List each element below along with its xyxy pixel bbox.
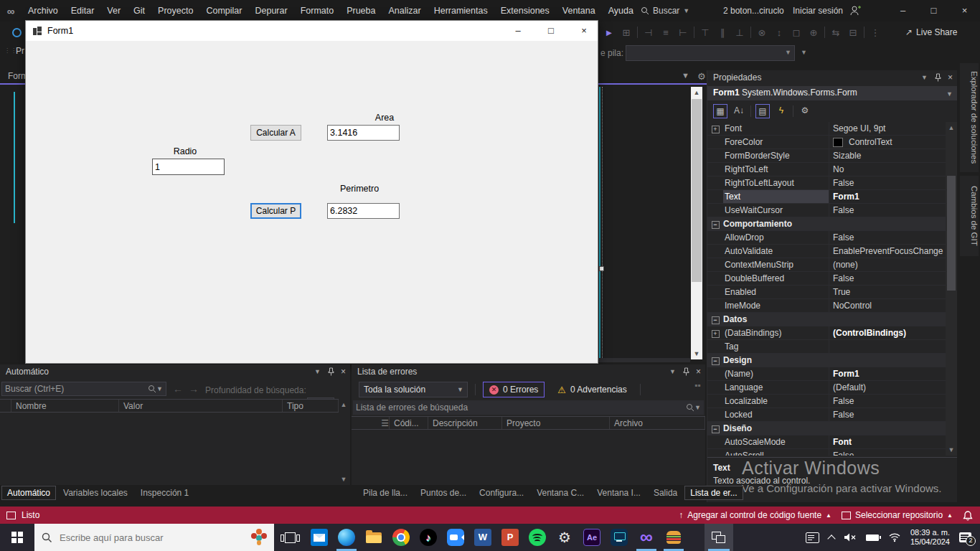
property-value[interactable]: ControlText <box>829 136 946 149</box>
menu-item-depurar[interactable]: Depurar <box>248 0 293 22</box>
collapse-icon[interactable]: − <box>707 217 723 230</box>
scope-dropdown[interactable]: Toda la solución ▼ <box>359 382 468 397</box>
maximize-button[interactable]: □ <box>918 0 949 22</box>
column-header-proyecto[interactable]: Proyecto <box>502 417 610 429</box>
spacing-h-icon[interactable]: ⇆ <box>829 27 842 38</box>
property-row-doublebuffered[interactable]: DoubleBufferedFalse <box>707 272 946 286</box>
menu-item-formato[interactable]: Formato <box>294 0 341 22</box>
align-top-icon[interactable]: ⊤ <box>699 27 712 38</box>
property-value[interactable]: Form1 <box>829 190 946 203</box>
select-repository-button[interactable]: Seleccionar repositorio ▲ <box>842 510 953 520</box>
window-position-chevron-icon[interactable]: ▼ <box>669 368 676 375</box>
align-bottom-icon[interactable]: ⊥ <box>733 27 746 38</box>
pin-icon[interactable] <box>934 73 941 82</box>
menu-item-archivo[interactable]: Archivo <box>22 0 65 22</box>
error-list-header[interactable]: Lista de errores ▼ × <box>352 364 705 380</box>
align-right-icon[interactable]: ⊢ <box>677 27 689 38</box>
property-row-databindings[interactable]: +(DataBindings)(ControlBindings) <box>707 326 946 340</box>
horizontal-scrollbar[interactable] <box>598 358 690 362</box>
navigate-back-icon[interactable] <box>12 28 22 37</box>
menu-item-proyecto[interactable]: Proyecto <box>151 0 199 22</box>
property-value[interactable]: NoControl <box>829 299 946 312</box>
menu-item-git[interactable]: Git <box>127 0 151 22</box>
property-row-righttoleftlayout[interactable]: RightToLeftLayoutFalse <box>707 176 946 190</box>
property-category-design[interactable]: −Design <box>707 354 946 367</box>
expand-icon[interactable]: + <box>707 326 723 339</box>
property-row-usewaitcursor[interactable]: UseWaitCursorFalse <box>707 204 946 217</box>
back-arrow-icon[interactable]: ← <box>173 383 183 395</box>
property-row-autoscroll[interactable]: AutoScrollFalse <box>707 449 946 456</box>
taskbar-icon-dev-portal[interactable] <box>606 524 633 551</box>
property-value[interactable]: Sizable <box>829 149 946 162</box>
property-row-autoscalemode[interactable]: AutoScaleModeFont <box>707 435 946 449</box>
task-view-button[interactable] <box>274 524 306 551</box>
errors-filter-button[interactable]: ✕ 0 Errores <box>483 382 545 397</box>
menu-item-ayuda[interactable]: Ayuda <box>602 0 640 22</box>
stack-frame-dropdown[interactable]: ▼ <box>626 45 795 61</box>
spacing-v-icon[interactable]: ⊟ <box>847 27 859 38</box>
collapse-icon[interactable]: − <box>707 313 723 326</box>
align-center-icon[interactable]: ≡ <box>659 27 672 38</box>
collapse-icon[interactable]: − <box>707 422 723 435</box>
property-value[interactable]: No <box>829 163 946 176</box>
project-name[interactable]: 2 boton...ciruclo <box>723 6 784 16</box>
property-row-language[interactable]: Language(Default) <box>707 381 946 395</box>
person-add-icon[interactable] <box>849 4 862 17</box>
property-category-diseño[interactable]: −Diseño <box>707 422 946 435</box>
property-value[interactable]: False <box>829 395 946 408</box>
taskbar-icon-word[interactable]: W <box>469 524 496 551</box>
property-row-localizable[interactable]: LocalizableFalse <box>707 395 946 408</box>
gear-icon[interactable]: ⚙ <box>697 71 706 82</box>
size-height-icon[interactable]: ↕ <box>773 27 786 38</box>
property-value[interactable]: EnablePreventFocusChange <box>829 245 946 258</box>
property-value[interactable]: (Default) <box>829 381 946 394</box>
close-icon[interactable]: × <box>696 367 701 377</box>
taskbar-search[interactable] <box>34 524 274 551</box>
scroll-up-icon[interactable]: ▲ <box>946 124 957 131</box>
property-row-locked[interactable]: LockedFalse <box>707 408 946 422</box>
property-pages-icon[interactable]: ⚙ <box>798 104 812 118</box>
taskbar-icon-burger[interactable] <box>660 524 687 551</box>
calcular-a-button[interactable]: Calcular A <box>250 125 301 141</box>
taskbar-search-input[interactable] <box>60 532 244 543</box>
column-header-códi[interactable]: Códi... <box>390 417 428 429</box>
snap-grid-icon[interactable]: ⊞ <box>620 27 633 38</box>
events-icon[interactable]: ϟ <box>774 104 788 118</box>
taskbar-icon-after-effects[interactable]: Ae <box>578 524 606 551</box>
menu-item-ver[interactable]: Ver <box>100 0 127 22</box>
tab-ventana-c[interactable]: Ventana C... <box>531 486 590 500</box>
scroll-down-icon[interactable]: ▼ <box>946 446 957 453</box>
property-value[interactable]: False <box>829 449 946 456</box>
warnings-filter-button[interactable]: ⚠ 0 Advertencias <box>552 382 632 397</box>
taskbar-icon-mail[interactable] <box>306 524 333 551</box>
property-row-imemode[interactable]: ImeModeNoControl <box>707 299 946 313</box>
expand-icon[interactable]: + <box>707 122 723 135</box>
menu-item-ventana[interactable]: Ventana <box>556 0 602 22</box>
wifi-icon[interactable] <box>888 532 901 542</box>
add-source-control-button[interactable]: ↑ Agregar al control de código fuente ▲ <box>679 510 831 520</box>
scroll-down-icon[interactable]: ▼ <box>339 474 349 485</box>
news-icon[interactable] <box>806 532 819 543</box>
property-row-enabled[interactable]: EnabledTrue <box>707 286 946 299</box>
menu-item-extensiones[interactable]: Extensiones <box>494 0 556 22</box>
zoom-tool-icon[interactable]: ⊕ <box>807 27 820 38</box>
taskbar-icon-spotify[interactable] <box>524 524 551 551</box>
tab-lista-de-er[interactable]: Lista de er... <box>684 486 743 500</box>
property-value[interactable]: False <box>829 272 946 285</box>
menu-item-analizar[interactable]: Analizar <box>382 0 427 22</box>
overflow-icon[interactable]: ⋮ <box>869 27 882 38</box>
taskbar-running-form1-app[interactable] <box>705 524 733 551</box>
form-minimize-button[interactable]: – <box>501 21 534 41</box>
tab-puntos-de[interactable]: Puntos de... <box>415 486 472 500</box>
property-value[interactable]: (ControlBindings) <box>829 326 946 339</box>
property-row-autovalidate[interactable]: AutoValidateEnablePreventFocusChange <box>707 245 946 258</box>
column-header-tipo[interactable]: Tipo <box>283 400 339 412</box>
menu-item-editar[interactable]: Editar <box>65 0 101 22</box>
scrollbar-thumb[interactable] <box>947 176 956 291</box>
properties-header[interactable]: Propiedades ▼ × <box>707 70 957 85</box>
error-search-input[interactable] <box>356 402 686 413</box>
close-icon[interactable]: × <box>341 367 346 377</box>
property-row-contextmenustrip[interactable]: ContextMenuStrip(none) <box>707 258 946 272</box>
taskbar-icon-settings[interactable]: ⚙ <box>551 524 578 551</box>
taskbar-icon-visual-studio[interactable]: ∞ <box>633 524 660 551</box>
